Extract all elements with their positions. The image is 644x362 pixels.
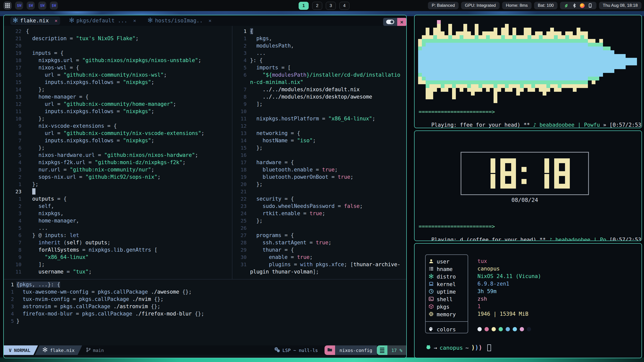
tag-4[interactable]: 4	[339, 2, 349, 10]
code-line[interactable]: 7 inherit (self) outputs;	[5, 239, 231, 246]
code-line[interactable]: 23	[5, 188, 231, 195]
code-line[interactable]: 27 programs = {	[232, 232, 405, 239]
code-line[interactable]: 18 nixpkgs.url = "github:nixos/nixpkgs/n…	[5, 57, 231, 64]
code-line[interactable]: 20	[5, 42, 231, 49]
code-line[interactable]: 4}: {	[232, 57, 405, 64]
phone-icon[interactable]	[588, 3, 593, 8]
code-line[interactable]: 2 sops-nix.url = "github:Mic92/sops-nix"…	[5, 173, 231, 180]
code-line[interactable]: 6 } @ inputs: let	[5, 232, 231, 239]
code-line[interactable]: 17 nixos-wsl = {	[5, 64, 231, 71]
firefox-orb-icon[interactable]	[580, 3, 585, 8]
power-profile-pill[interactable]: P: Balanced	[428, 2, 459, 9]
code-line[interactable]: 11 username = "tux";	[5, 268, 231, 275]
code-line[interactable]: 5 imports = [	[232, 64, 405, 71]
code-line[interactable]: 4 firefox-mod-blur = pkgs.callPackage ./…	[5, 310, 405, 317]
code-line[interactable]: 9 nix-vscode-extensions = {	[5, 122, 231, 129]
code-line[interactable]: 10 };	[5, 115, 231, 122]
code-line[interactable]: 5 ...	[5, 224, 231, 232]
code-line[interactable]: 2 tux-nvim-config = pkgs.callPackage ./n…	[5, 295, 405, 303]
code-line[interactable]: 11 inputs.nixpkgs.follows = "nixpkgs";	[5, 108, 231, 115]
code-line[interactable]: 15 inputs.nixpkgs.follows = "nixpkgs";	[5, 78, 231, 86]
code-line[interactable]: 24 rtkit.enable = true;	[232, 210, 405, 217]
code-line[interactable]: 2 modulesPath,	[232, 42, 405, 49]
code-line[interactable]: 5 nixos-hardware.url = "github:nixos/nix…	[5, 151, 231, 159]
tab-close-icon[interactable]: ×	[133, 18, 136, 24]
code-line[interactable]: 12 url = "github:nix-community/home-mana…	[5, 100, 231, 108]
code-line[interactable]: 8 ../../modules/nixos/desktop/awesome	[232, 93, 405, 100]
tab-flake-nix[interactable]: flake.nix ×	[10, 17, 60, 25]
code-line[interactable]: n-cd-minimal.nix"	[232, 78, 405, 86]
code-line[interactable]: 11 nixpkgs.hostPlatform = "x86_64-linux"…	[232, 115, 405, 122]
code-line[interactable]: plugin thunar-volman];	[232, 268, 405, 275]
code-line[interactable]: 10	[232, 108, 405, 115]
shell-prompt[interactable]: → canopus ~ )))	[426, 344, 491, 351]
tab-close-icon[interactable]: ×	[55, 18, 58, 24]
code-line[interactable]: 4 home-manager,	[5, 217, 231, 224]
workspace-button-3[interactable]: $W	[38, 2, 46, 10]
code-line[interactable]: 15 };	[232, 144, 405, 151]
code-line[interactable]: 26	[232, 224, 405, 232]
code-line[interactable]: 6 };	[5, 144, 231, 151]
code-line[interactable]: 19 inputs = {	[5, 49, 231, 57]
window-close-button[interactable]: ×	[397, 18, 406, 26]
bluetooth-icon[interactable]	[572, 3, 577, 8]
code-line[interactable]: 18 bluetooth.enable = true;	[232, 166, 405, 173]
tab-close-icon[interactable]: ×	[209, 18, 212, 24]
tag-3[interactable]: 3	[326, 2, 336, 10]
horizontal-split-divider[interactable]	[4, 279, 406, 280]
code-line[interactable]: 10 ];	[5, 261, 231, 268]
clock-pill[interactable]: Thu Aug 08, 18:18	[599, 2, 641, 9]
workspace-button-4[interactable]: $W	[50, 2, 58, 10]
code-line[interactable]: 22{	[5, 27, 231, 35]
code-line[interactable]: 3 nixpkgs,	[5, 210, 231, 217]
code-line[interactable]: 3 astronvim = pkgs.callPackage ./astronv…	[5, 303, 405, 310]
code-line[interactable]: 14 hostName = "iso";	[232, 137, 405, 144]
code-line[interactable]: 13 networking = {	[232, 129, 405, 137]
code-line[interactable]: 2 self,	[5, 202, 231, 210]
code-line[interactable]: 16	[232, 151, 405, 159]
workspace-button-1[interactable]: $W	[15, 2, 23, 10]
tag-2[interactable]: 2	[312, 2, 322, 10]
project-segment[interactable]: nixos-config	[325, 345, 377, 355]
tag-1[interactable]: 1	[299, 2, 309, 10]
code-line[interactable]: 22 security = {	[232, 195, 405, 202]
gpu-pill[interactable]: GPU: Integrated	[461, 2, 500, 9]
code-line[interactable]: 16 url = "github:nix-community/nixos-wsl…	[5, 71, 231, 78]
toggle-button[interactable]	[383, 18, 397, 26]
code-line[interactable]: 3 nur.url = "github:nix-community/nur";	[5, 166, 231, 173]
code-line[interactable]: 21	[232, 188, 405, 195]
code-line[interactable]: 1 };	[5, 180, 231, 188]
workspace-button-2[interactable]: $W	[27, 2, 35, 10]
code-line[interactable]: 9 "x86_64-linux"	[5, 253, 231, 261]
code-line[interactable]: 23 sudo.wheelNeedsPassword = false;	[232, 202, 405, 210]
launcher-button[interactable]	[4, 2, 12, 10]
code-line[interactable]: 28 ssh.startAgent = true;	[232, 239, 405, 246]
code-line[interactable]: 12	[232, 122, 405, 129]
code-line[interactable]: 13 home-manager = {	[5, 93, 231, 100]
code-line[interactable]: 25 };	[232, 217, 405, 224]
code-line[interactable]: 20 };	[232, 180, 405, 188]
code-line[interactable]: 8 forAllSystems = nixpkgs.lib.genAttrs [	[5, 246, 231, 253]
code-line[interactable]: 31 plugins = with pkgs.xfce; [thunar-arc…	[232, 261, 405, 268]
code-line[interactable]: 7 ../../modules/nixos/default.nix	[232, 86, 405, 93]
code-line[interactable]: 1 tux-awesome-wm-config = pkgs.callPacka…	[5, 288, 405, 295]
code-line[interactable]: 9 ];	[232, 100, 405, 108]
tab-hosts-isoimage[interactable]: hosts/isoImag.. ×	[145, 17, 214, 25]
code-line[interactable]: 8 url = "github:nix-community/nix-vscode…	[5, 129, 231, 137]
ping-pill[interactable]: Home: 8ms	[502, 2, 532, 9]
code-line[interactable]: 17 hardware = {	[232, 159, 405, 166]
tab-pkgs-default[interactable]: pkgs/default ... ×	[67, 17, 139, 25]
code-line[interactable]: 19 bluetooth.powerOnBoot = true;	[232, 173, 405, 180]
code-line[interactable]: 3 ...	[232, 49, 405, 57]
code-line[interactable]: 1 pkgs,	[232, 35, 405, 42]
code-line[interactable]: 1 outputs = {	[5, 195, 231, 202]
code-line[interactable]: 1{pkgs, ...}: {	[5, 281, 405, 288]
code-line[interactable]: 1{	[232, 27, 405, 35]
code-line[interactable]: 30 enable = true;	[232, 253, 405, 261]
network-leaf-icon[interactable]	[564, 3, 569, 8]
code-line[interactable]: 14 };	[5, 86, 231, 93]
code-line[interactable]: 5}	[5, 317, 405, 325]
code-line[interactable]: 4 nixpkgs-f2k.url = "github:moni-dz/nixp…	[5, 159, 231, 166]
code-line[interactable]: 29 thunar = {	[232, 246, 405, 253]
code-line[interactable]: 21 description = "tux's NixOS Flake";	[5, 35, 231, 42]
